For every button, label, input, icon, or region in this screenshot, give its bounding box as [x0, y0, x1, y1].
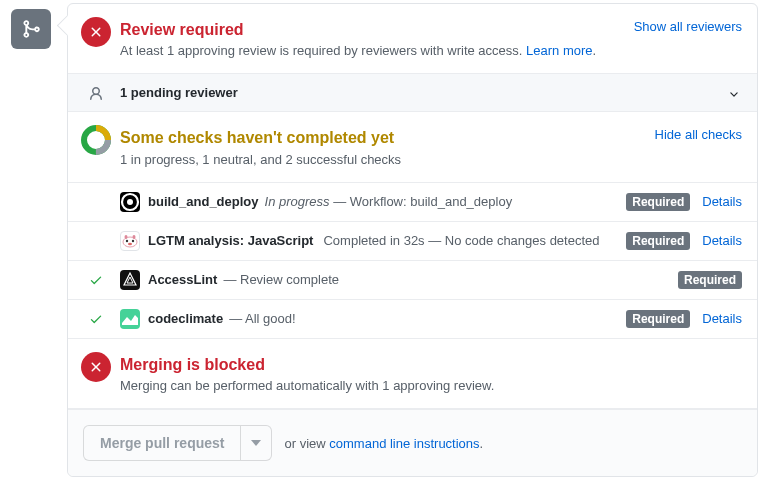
check-row: LGTM analysis: JavaScript Completed in 3… — [68, 222, 757, 261]
review-required-section: Show all reviewers Review required At le… — [68, 4, 757, 74]
timeline-merge-badge — [11, 9, 51, 49]
svg-point-10 — [133, 235, 136, 239]
checks-header-subtext: 1 in progress, 1 neutral, and 2 successf… — [120, 152, 742, 167]
svg-point-6 — [126, 240, 128, 242]
merging-blocked-section: Merging is blocked Merging can be perfor… — [68, 339, 757, 409]
check-row: codeclimate — All good! Required Details — [68, 300, 757, 339]
svg-point-4 — [127, 199, 133, 205]
check-avatar — [120, 270, 140, 290]
merge-dropdown-button[interactable] — [241, 425, 272, 461]
x-icon — [88, 24, 104, 40]
check-details-link[interactable]: Details — [702, 233, 742, 248]
status-success-icon — [89, 273, 103, 287]
merge-footer: Merge pull request or view command line … — [68, 409, 757, 476]
merging-blocked-title: Merging is blocked — [120, 354, 742, 376]
check-description: In progress — Workflow: build_and_deploy — [265, 194, 619, 209]
required-badge: Required — [626, 193, 690, 211]
check-description: — Review complete — [223, 272, 670, 287]
show-all-reviewers-link[interactable]: Show all reviewers — [634, 19, 742, 34]
required-badge: Required — [678, 271, 742, 289]
status-donut-icon — [81, 125, 111, 155]
check-avatar — [120, 231, 140, 251]
chevron-down-icon — [726, 86, 742, 105]
pending-reviewer-text: 1 pending reviewer — [120, 85, 238, 100]
check-details-link[interactable]: Details — [702, 194, 742, 209]
check-name: build_and_deploy — [148, 194, 259, 209]
check-name: codeclimate — [148, 311, 223, 326]
svg-point-7 — [132, 240, 134, 242]
status-error-icon — [81, 17, 111, 47]
check-avatar — [120, 192, 140, 212]
pending-reviewer-bar[interactable]: 1 pending reviewer — [68, 74, 757, 112]
required-badge: Required — [626, 232, 690, 250]
merge-button-group: Merge pull request — [83, 425, 272, 461]
caret-down-icon — [251, 438, 261, 448]
merge-pull-request-button[interactable]: Merge pull request — [83, 425, 241, 461]
check-name: AccessLint — [148, 272, 217, 287]
check-name: LGTM analysis: JavaScript — [148, 233, 313, 248]
command-line-instructions-link[interactable]: command line instructions — [329, 436, 479, 451]
learn-more-link[interactable]: Learn more — [526, 43, 592, 58]
checks-header-title: Some checks haven't completed yet — [120, 127, 742, 149]
svg-point-9 — [125, 235, 128, 239]
or-view-text: or view — [284, 436, 325, 451]
status-success-icon — [89, 312, 103, 326]
check-avatar — [120, 309, 140, 329]
check-details-link[interactable]: Details — [702, 311, 742, 326]
check-row: build_and_deploy In progress — Workflow:… — [68, 183, 757, 222]
required-badge: Required — [626, 310, 690, 328]
check-description: — All good! — [229, 311, 618, 326]
git-merge-icon — [21, 19, 41, 39]
check-description: Completed in 32s — No code changes detec… — [323, 233, 618, 248]
review-required-subtext: At least 1 approving review is required … — [120, 43, 742, 58]
person-icon — [88, 86, 104, 105]
check-row: AccessLint — Review complete Required — [68, 261, 757, 300]
checks-header-section: Hide all checks Some checks haven't comp… — [68, 112, 757, 182]
status-error-icon — [81, 352, 111, 382]
svg-point-8 — [128, 243, 132, 245]
merge-panel: Show all reviewers Review required At le… — [67, 3, 758, 477]
hide-all-checks-link[interactable]: Hide all checks — [655, 127, 742, 142]
x-icon — [88, 359, 104, 375]
merging-blocked-subtext: Merging can be performed automatically w… — [120, 378, 742, 393]
